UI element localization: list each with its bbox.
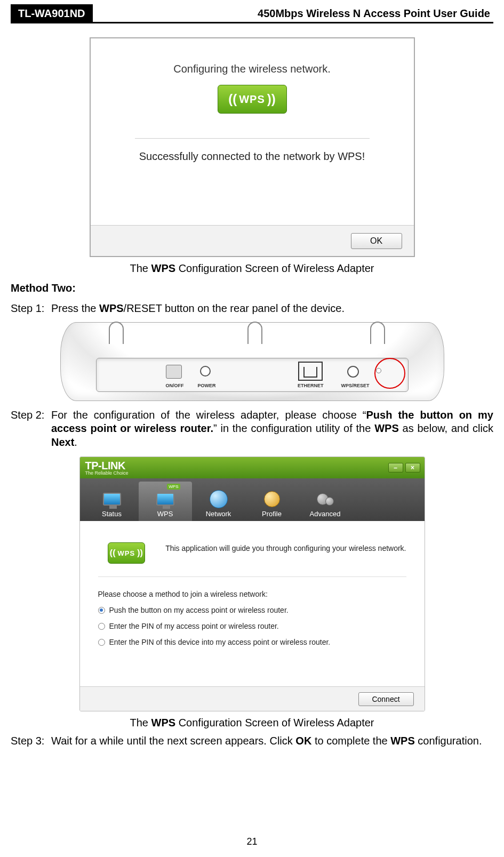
intro-text: This application will guide you through … <box>165 544 406 552</box>
wps-mini-badge-icon: WPS <box>167 484 180 490</box>
t: For the configuration of the wireless ad… <box>51 409 366 421</box>
step-label: Step 3: <box>11 734 51 748</box>
step-2: Step 2: For the configuration of the wir… <box>11 409 493 450</box>
option-label: Push the button on my access point or wi… <box>109 606 289 614</box>
utility-tabs: Status WPS WPS Network Profile Advanced <box>80 478 425 521</box>
radio-icon <box>98 639 105 646</box>
wps-reset-button-icon <box>347 366 359 378</box>
figure1-caption: The WPS Configuration Screen of Wireless… <box>11 262 493 275</box>
tab-label: Profile <box>262 510 282 518</box>
monitor-icon <box>156 493 174 506</box>
t: as below, and click <box>399 422 493 434</box>
wps-badge-icon: (( WPS )) <box>108 542 145 564</box>
minimize-button[interactable]: – <box>388 463 403 472</box>
highlight-circle-icon <box>374 358 405 389</box>
onoff-switch-icon <box>166 365 182 379</box>
brand-tagline: The Reliable Choice <box>85 470 129 476</box>
t: /RESET button on the rear panel of the d… <box>124 302 345 314</box>
step-text: Wait for a while until the next screen a… <box>51 734 493 748</box>
t: Press the <box>51 302 99 314</box>
tab-label: Advanced <box>310 510 341 518</box>
tab-label: Status <box>102 510 122 518</box>
dialog-configuring-text: Configuring the wireless network. <box>91 38 414 75</box>
tab-wps[interactable]: WPS WPS <box>139 482 192 521</box>
figure2-caption: The WPS Configuration Screen of Wireless… <box>11 717 493 729</box>
t: to complete the <box>311 735 390 747</box>
rear-plate: ON/OFF POWER ETHERNET WPS/RESET <box>96 358 409 392</box>
wps-arc-left-icon: (( <box>228 92 237 107</box>
step-text: Press the WPS/RESET button on the rear p… <box>51 302 493 316</box>
antenna-icon <box>103 322 127 344</box>
brand-block: TP-LINK The Reliable Choice <box>85 460 129 476</box>
t: Wait for a while until the next screen a… <box>51 735 295 747</box>
wps-success-dialog: Configuring the wireless network. (( WPS… <box>90 37 415 257</box>
wps-success-dialog-figure: Configuring the wireless network. (( WPS… <box>11 37 493 257</box>
radio-icon <box>98 623 105 630</box>
wps-badge-text: WPS <box>118 549 135 557</box>
method-two-heading: Method Two: <box>11 282 493 294</box>
step-label: Step 1: <box>11 302 51 316</box>
tab-network[interactable]: Network <box>192 482 245 521</box>
radio-selected-icon <box>98 607 105 614</box>
b: OK <box>295 735 311 747</box>
tab-profile[interactable]: Profile <box>245 482 299 521</box>
dialog-success-text: Successfully connected to the network by… <box>91 150 414 163</box>
utility-intro: (( WPS )) This application will guide yo… <box>98 533 406 577</box>
model-box: TL-WA901ND <box>11 4 93 22</box>
wps-badge-icon: (( WPS )) <box>218 85 287 114</box>
utility-footer: Connect <box>80 686 425 711</box>
antenna-icon <box>365 322 388 344</box>
tab-label: WPS <box>157 510 173 518</box>
b: WPS <box>374 422 399 434</box>
t: . <box>74 436 77 448</box>
caption-text: The <box>130 262 151 274</box>
globe-icon <box>210 490 228 508</box>
tab-status[interactable]: Status <box>85 482 139 521</box>
device-rear-panel-figure: ON/OFF POWER ETHERNET WPS/RESET <box>60 322 444 401</box>
ok-button[interactable]: OK <box>351 233 402 249</box>
wps-utility-window: TP-LINK The Reliable Choice – × Status W… <box>79 456 425 711</box>
caption-bold: WPS <box>151 262 176 274</box>
page-header: TL-WA901ND 450Mbps Wireless N Access Poi… <box>11 4 493 23</box>
option-enter-device-pin[interactable]: Enter the PIN of this device into my acc… <box>98 638 406 646</box>
label-onoff: ON/OFF <box>166 383 184 388</box>
step-1: Step 1: Press the WPS/RESET button on th… <box>11 302 493 316</box>
caption-text: The <box>130 717 151 728</box>
page-number: 21 <box>0 836 504 847</box>
caption-text: Configuration Screen of Wireless Adapter <box>175 717 374 728</box>
b: WPS <box>390 735 415 747</box>
profile-icon <box>264 491 280 507</box>
t: ” in the configuration utility of the <box>213 422 374 434</box>
monitor-icon <box>103 493 121 506</box>
option-enter-ap-pin[interactable]: Enter the PIN of my access point or wire… <box>98 622 406 630</box>
label-ethernet: ETHERNET <box>298 383 324 388</box>
dialog-divider <box>135 138 370 139</box>
option-push-button[interactable]: Push the button on my access point or wi… <box>98 606 406 614</box>
antenna-icon <box>242 322 266 344</box>
choose-method-text: Please choose a method to join a wireles… <box>98 590 406 598</box>
ethernet-port-icon <box>298 362 323 381</box>
b: WPS <box>99 302 124 314</box>
wps-badge-text: WPS <box>239 93 265 106</box>
window-buttons: – × <box>388 463 420 472</box>
utility-titlebar: TP-LINK The Reliable Choice – × <box>80 457 425 478</box>
caption-bold: WPS <box>151 717 176 728</box>
wps-arc-right-icon: )) <box>137 548 143 558</box>
utility-body: (( WPS )) This application will guide yo… <box>80 521 425 646</box>
caption-text: Configuration Screen of Wireless Adapter <box>175 262 374 274</box>
wps-arc-left-icon: (( <box>110 548 116 558</box>
label-wps-reset: WPS/RESET <box>341 383 369 388</box>
dialog-footer: OK <box>91 225 414 256</box>
power-jack-icon <box>200 366 211 377</box>
step-3: Step 3: Wait for a while until the next … <box>11 734 493 748</box>
tab-advanced[interactable]: Advanced <box>299 482 352 521</box>
b: Next <box>51 436 74 448</box>
close-button[interactable]: × <box>405 463 420 472</box>
step-label: Step 2: <box>11 409 51 450</box>
option-label: Enter the PIN of my access point or wire… <box>109 622 279 630</box>
wps-arc-right-icon: )) <box>267 92 276 107</box>
tab-label: Network <box>206 510 231 518</box>
t: configuration. <box>415 735 482 747</box>
label-power: POWER <box>198 383 216 388</box>
connect-button[interactable]: Connect <box>358 692 414 706</box>
